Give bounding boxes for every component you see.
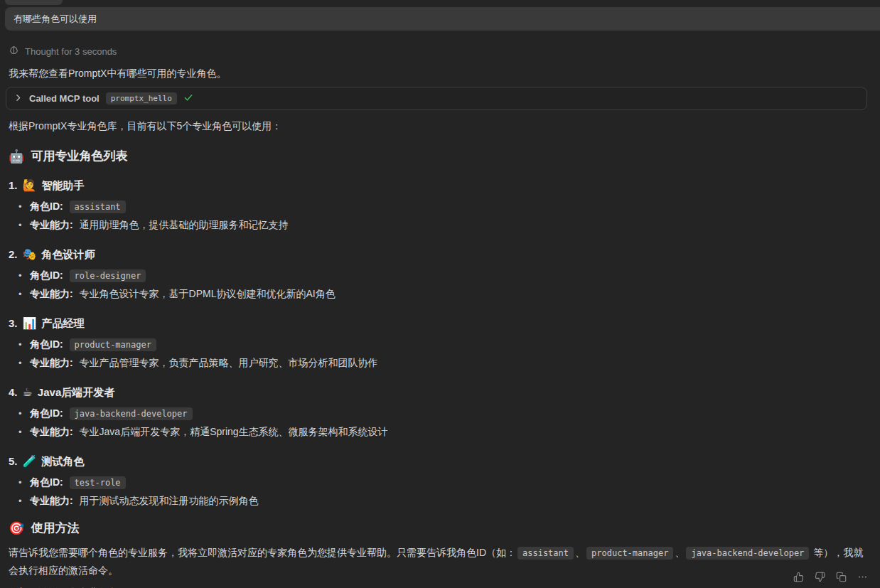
role-id-code: role-designer: [70, 269, 146, 282]
role-name: Java后端开发者: [38, 385, 114, 400]
user-message-text: 有哪些角色可以使用: [14, 14, 97, 24]
role-id-label: 角色ID:: [30, 407, 63, 419]
previous-message-peek: [5, 0, 63, 5]
role-id-item: 角色ID: role-designer: [30, 267, 871, 285]
role-ability-text: 专业角色设计专家，基于DPML协议创建和优化新的AI角色: [80, 288, 336, 299]
role-section-test-role: 5. 🧪 测试角色 角色ID: test-role 专业能力: 用于测试动态发现…: [9, 454, 871, 510]
role-ability-label: 专业能力:: [30, 426, 73, 437]
role-number: 3.: [9, 316, 18, 331]
role-id-item: 角色ID: assistant: [30, 198, 871, 216]
role-ability-text: 专业Java后端开发专家，精通Spring生态系统、微服务架构和系统设计: [80, 426, 388, 437]
inline-code-assistant: assistant: [517, 547, 574, 560]
role-number: 2.: [9, 247, 18, 262]
role-ability-item: 专业能力: 专业角色设计专家，基于DPML协议创建和优化新的AI角色: [30, 285, 871, 303]
role-properties: 角色ID: product-manager 专业能力: 专业产品管理专家，负责产…: [9, 336, 871, 372]
role-id-code: product-manager: [70, 338, 156, 351]
role-properties: 角色ID: assistant 专业能力: 通用助理角色，提供基础的助理服务和记…: [9, 198, 871, 234]
chevron-right-icon[interactable]: [14, 93, 23, 105]
role-ability-label: 专业能力:: [30, 357, 73, 368]
role-ability-label: 专业能力:: [30, 495, 73, 506]
role-heading: 5. 🧪 测试角色: [9, 454, 871, 469]
roles-list-heading: 🤖 可用专业角色列表: [9, 148, 871, 165]
role-section-java-backend-developer: 4. ☕ Java后端开发者 角色ID: java-backend-develo…: [9, 385, 871, 441]
usage-text-1: 请告诉我您需要哪个角色的专业服务，我将立即激活对应的专家角色为您提供专业帮助。只…: [9, 547, 516, 558]
tool-call-label: Called MCP tool: [29, 93, 100, 104]
role-id-code: java-backend-developer: [70, 407, 193, 420]
role-number: 4.: [9, 385, 18, 400]
user-message-bubble[interactable]: 有哪些角色可以使用: [5, 7, 880, 31]
coffee-emoji-icon: ☕: [23, 387, 33, 398]
assistant-summary-text: 根据PromptX专业角色库，目前有以下5个专业角色可以使用：: [9, 119, 871, 134]
role-properties: 角色ID: test-role 专业能力: 用于测试动态发现和注册功能的示例角色: [9, 474, 871, 510]
role-ability-text: 专业产品管理专家，负责产品策略、用户研究、市场分析和团队协作: [80, 357, 378, 368]
test-tube-emoji-icon: 🧪: [23, 456, 37, 467]
role-id-code: test-role: [70, 476, 126, 489]
role-ability-text: 用于测试动态发现和注册功能的示例角色: [80, 495, 259, 506]
role-id-label: 角色ID:: [30, 476, 63, 488]
assistant-intro-text: 我来帮您查看PromptX中有哪些可用的专业角色。: [9, 66, 871, 81]
brain-icon: [9, 45, 19, 58]
assistant-response: Thought for 3 seconds 我来帮您查看PromptX中有哪些可…: [0, 45, 880, 588]
target-emoji-icon: 🎯: [9, 522, 24, 535]
bar-chart-emoji-icon: 📊: [23, 318, 37, 329]
role-heading: 1. 🙋 智能助手: [9, 178, 871, 193]
role-ability-label: 专业能力:: [30, 288, 73, 299]
theater-masks-emoji-icon: 🎭: [23, 249, 37, 260]
role-ability-item: 专业能力: 通用助理角色，提供基础的助理服务和记忆支持: [30, 216, 871, 234]
role-name: 角色设计师: [41, 247, 95, 262]
copy-button[interactable]: [835, 570, 847, 583]
tool-name-chip: promptx_hello: [106, 92, 177, 105]
role-id-code: assistant: [70, 201, 126, 213]
role-id-item: 角色ID: java-backend-developer: [30, 405, 871, 423]
usage-sep-2: 、: [675, 547, 685, 558]
thumbs-down-button[interactable]: [813, 570, 826, 583]
role-section-role-designer: 2. 🎭 角色设计师 角色ID: role-designer 专业能力: 专业角…: [9, 247, 871, 303]
closing-question: 您想要激活哪个专业角色呢?: [9, 585, 871, 588]
inline-code-java-backend-developer: java-backend-developer: [686, 547, 809, 560]
roles-list-title: 可用专业角色列表: [31, 148, 127, 165]
thumbs-up-button[interactable]: [792, 570, 805, 583]
role-id-label: 角色ID:: [30, 269, 63, 281]
raising-hand-emoji-icon: 🙋: [23, 180, 37, 191]
role-ability-text: 通用助理角色，提供基础的助理服务和记忆支持: [80, 219, 289, 230]
role-ability-item: 专业能力: 专业Java后端开发专家，精通Spring生态系统、微服务架构和系统…: [30, 423, 871, 441]
role-number: 1.: [9, 178, 18, 193]
role-ability-label: 专业能力:: [30, 219, 73, 230]
usage-title: 使用方法: [31, 520, 79, 537]
role-ability-item: 专业能力: 用于测试动态发现和注册功能的示例角色: [30, 492, 871, 510]
role-number: 5.: [9, 454, 18, 469]
role-properties: 角色ID: java-backend-developer 专业能力: 专业Jav…: [9, 405, 871, 441]
role-section-assistant: 1. 🙋 智能助手 角色ID: assistant 专业能力: 通用助理角色，提…: [9, 178, 871, 234]
role-heading: 4. ☕ Java后端开发者: [9, 385, 871, 400]
role-section-product-manager: 3. 📊 产品经理 角色ID: product-manager 专业能力: 专业…: [9, 316, 871, 372]
role-id-item: 角色ID: test-role: [30, 474, 871, 492]
role-id-item: 角色ID: product-manager: [30, 336, 871, 354]
role-id-label: 角色ID:: [30, 201, 63, 212]
role-id-label: 角色ID:: [30, 338, 63, 350]
success-check-icon: [183, 92, 193, 105]
usage-sep-1: 、: [575, 547, 585, 558]
role-name: 产品经理: [41, 316, 84, 331]
thinking-label: Thought for 3 seconds: [25, 46, 117, 57]
role-heading: 2. 🎭 角色设计师: [9, 247, 871, 262]
inline-code-product-manager: product-manager: [586, 547, 673, 560]
more-options-button[interactable]: [856, 570, 869, 583]
role-name: 智能助手: [41, 178, 84, 193]
message-action-bar: [792, 570, 869, 583]
role-ability-item: 专业能力: 专业产品管理专家，负责产品策略、用户研究、市场分析和团队协作: [30, 354, 871, 372]
usage-paragraph: 请告诉我您需要哪个角色的专业服务，我将立即激活对应的专家角色为您提供专业帮助。只…: [9, 544, 871, 579]
robot-emoji-icon: 🤖: [9, 150, 24, 163]
role-name: 测试角色: [41, 454, 84, 469]
usage-heading: 🎯 使用方法: [9, 520, 871, 537]
thinking-summary[interactable]: Thought for 3 seconds: [9, 45, 871, 58]
role-heading: 3. 📊 产品经理: [9, 316, 871, 331]
mcp-tool-call[interactable]: Called MCP tool promptx_hello: [6, 87, 867, 110]
role-properties: 角色ID: role-designer 专业能力: 专业角色设计专家，基于DPM…: [9, 267, 871, 303]
